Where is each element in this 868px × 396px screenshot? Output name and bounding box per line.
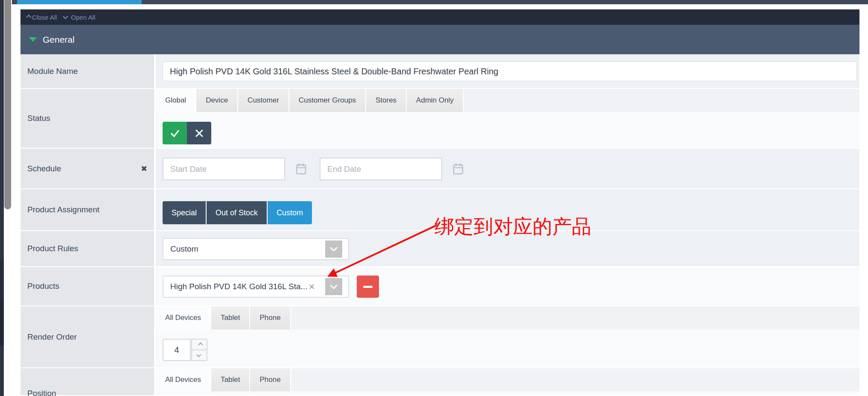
remove-product-button[interactable] (357, 276, 379, 298)
tabstrip-filler (291, 306, 859, 329)
product-rules-label: Product Rules (20, 231, 156, 267)
schedule-label: Schedule ✖ (20, 149, 156, 189)
row-module-name: Module Name (20, 54, 859, 89)
clear-selection-icon[interactable]: ✕ (308, 282, 315, 292)
chevron-down-icon (330, 285, 338, 289)
assignment-out-of-stock-button[interactable]: Out of Stock (207, 201, 268, 224)
end-date-input[interactable] (320, 158, 442, 180)
tab-customer-groups[interactable]: Customer Groups (289, 89, 366, 112)
product-rules-select[interactable]: Custom (163, 238, 349, 260)
scrollbar-track[interactable] (4, 0, 12, 396)
stepper-up-button[interactable] (191, 339, 207, 350)
row-position: Position All Devices Tablet Phone (20, 368, 859, 396)
row-status: Status Global Device Customer Customer G… (20, 89, 859, 149)
stepper-down-button[interactable] (191, 350, 207, 361)
tab-all-devices[interactable]: All Devices (156, 306, 211, 329)
tab-admin-only[interactable]: Admin Only (407, 89, 464, 112)
tab-global[interactable]: Global (156, 89, 196, 112)
chevron-down-icon (330, 247, 338, 252)
render-order-label: Render Order (20, 306, 156, 368)
tab-tablet[interactable]: Tablet (211, 306, 250, 329)
row-render-order: Render Order All Devices Tablet Phone (20, 306, 859, 368)
number-stepper (191, 339, 207, 361)
assignment-custom-button[interactable]: Custom (268, 201, 312, 224)
calendar-icon[interactable] (295, 163, 307, 175)
row-products: Products High Polish PVD 14K Gold 316L S… (20, 267, 859, 306)
assignment-special-button[interactable]: Special (163, 201, 207, 224)
products-label: Products (20, 267, 156, 306)
tabstrip-filler (291, 368, 859, 391)
chevron-down-icon (196, 352, 201, 357)
chevron-up-icon (198, 342, 203, 347)
open-all-label: Open All (71, 14, 95, 21)
tab-customer[interactable]: Customer (238, 89, 289, 112)
status-disabled-button[interactable] (187, 122, 211, 144)
status-label: Status (20, 89, 156, 149)
calendar-icon[interactable] (452, 163, 464, 175)
minus-icon (363, 286, 373, 288)
product-assignment-label: Product Assignment (20, 189, 156, 231)
section-title: General (43, 35, 75, 45)
tabstrip-filler (464, 89, 859, 112)
position-device-tabs: All Devices Tablet Phone (156, 368, 859, 391)
open-all-link[interactable]: Open All (64, 14, 95, 21)
close-all-link[interactable]: Close All (26, 14, 57, 21)
check-icon (169, 128, 181, 139)
module-editor-panel: Close All Open All General Module Name S… (20, 9, 859, 396)
tab-device[interactable]: Device (196, 89, 238, 112)
render-order-input[interactable] (163, 339, 191, 361)
status-toggle (163, 122, 211, 144)
scrollbar-thumb[interactable] (4, 0, 11, 209)
tab-all-devices[interactable]: All Devices (156, 368, 211, 391)
product-rules-value: Custom (170, 244, 198, 254)
module-name-label: Module Name (20, 54, 156, 89)
tab-phone[interactable]: Phone (250, 368, 291, 391)
row-schedule: Schedule ✖ (20, 149, 859, 189)
left-dark-rail (0, 0, 4, 396)
dropdown-button[interactable] (325, 241, 342, 258)
assignment-button-group: Special Out of Stock Custom (163, 201, 312, 224)
render-order-device-tabs: All Devices Tablet Phone (156, 306, 859, 329)
active-tab-highlight (17, 0, 142, 4)
tab-tablet[interactable]: Tablet (211, 368, 250, 391)
page: Close All Open All General Module Name S… (0, 0, 868, 396)
status-enabled-button[interactable] (163, 122, 187, 144)
close-all-label: Close All (32, 14, 57, 21)
collapse-caret-icon (29, 37, 37, 42)
tab-stores[interactable]: Stores (366, 89, 407, 112)
dropdown-button[interactable] (325, 278, 342, 295)
chevron-up-icon (26, 15, 32, 20)
products-select[interactable]: High Polish PVD 14K Gold 316L Sta... ✕ (163, 276, 349, 298)
status-scope-tabs: Global Device Customer Customer Groups S… (156, 89, 859, 112)
tab-phone[interactable]: Phone (250, 306, 291, 329)
position-label: Position (20, 368, 156, 396)
schedule-clear-icon[interactable]: ✖ (141, 164, 147, 173)
collapse-toolbar: Close All Open All (20, 9, 859, 25)
module-name-input[interactable] (163, 62, 857, 81)
browser-tab-strip (12, 0, 868, 4)
products-value: High Polish PVD 14K Gold 316L Sta... (170, 282, 307, 291)
chevron-down-icon (63, 14, 68, 19)
section-header-general[interactable]: General (20, 25, 859, 54)
x-icon (195, 129, 204, 138)
start-date-input[interactable] (163, 158, 285, 180)
annotation-text: 绑定到对应的产品 (434, 214, 591, 240)
